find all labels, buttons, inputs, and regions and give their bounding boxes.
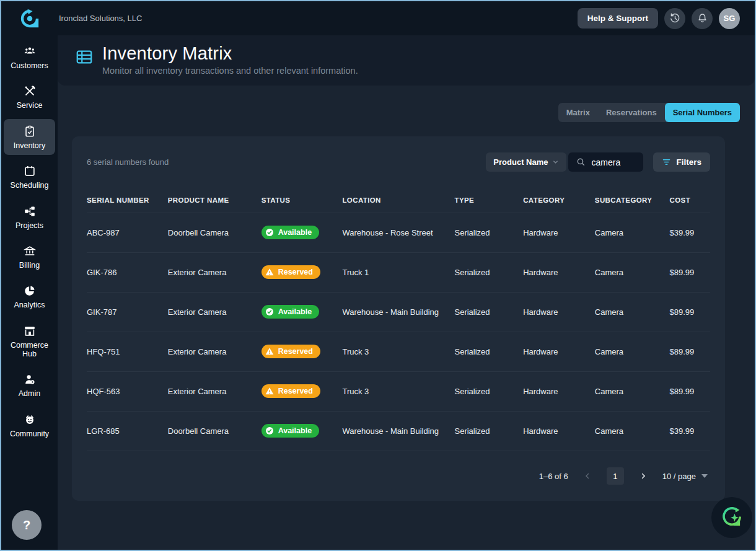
search-icon <box>576 157 586 167</box>
tab-matrix[interactable]: Matrix <box>558 103 598 122</box>
sidebar-nav: Customers Service Inventory Scheduling <box>1 35 58 447</box>
sidebar-item-label: Customers <box>11 61 48 70</box>
cell-category: Hardware <box>523 371 595 411</box>
cell-type: Serialized <box>455 332 524 371</box>
customers-icon <box>23 45 37 58</box>
main-area: Ironclad Solutions, LLC Help & Support S… <box>58 1 755 550</box>
table-header-row: SERIAL NUMBER PRODUCT NAME STATUS LOCATI… <box>87 188 710 213</box>
cell-type: Serialized <box>455 213 524 252</box>
search-field-selector[interactable]: Product Name <box>486 152 566 172</box>
warning-triangle-icon <box>265 386 275 396</box>
cell-product: Doorbell Camera <box>168 213 262 252</box>
cell-cost: $89.99 <box>670 371 710 411</box>
sidebar-item-scheduling[interactable]: Scheduling <box>4 159 55 195</box>
sidebar-item-community[interactable]: Community <box>4 407 55 443</box>
table-row[interactable]: HQF-563 Exterior Camera Reserved Truck 3… <box>87 371 710 411</box>
col-product-name: PRODUCT NAME <box>168 188 262 213</box>
chevron-left-icon <box>583 472 592 480</box>
filter-icon <box>662 158 671 166</box>
help-question-label: ? <box>23 518 30 532</box>
billing-icon <box>23 244 37 258</box>
cell-category: Hardware <box>523 292 595 332</box>
commerce-hub-icon <box>23 324 37 338</box>
user-avatar[interactable]: SG <box>719 8 740 29</box>
sidebar-item-inventory[interactable]: Inventory <box>4 119 55 155</box>
cell-status: Available <box>262 411 343 451</box>
check-circle-icon <box>265 426 275 436</box>
cell-cost: $89.99 <box>670 292 710 332</box>
cell-product: Exterior Camera <box>168 371 262 411</box>
table-row[interactable]: ABC-987 Doorbell Camera Available Wareho… <box>87 213 710 252</box>
bell-icon <box>697 12 708 24</box>
tab-serial-numbers[interactable]: Serial Numbers <box>665 103 740 122</box>
cell-serial: ABC-987 <box>87 213 168 252</box>
history-icon <box>669 12 681 24</box>
help-support-button[interactable]: Help & Support <box>578 8 658 29</box>
search-field-label: Product Name <box>493 157 548 167</box>
sidebar-item-label: Commerce Hub <box>5 341 54 359</box>
table-row[interactable]: LGR-685 Doorbell Camera Available Wareho… <box>87 411 710 451</box>
table-row[interactable]: HFQ-751 Exterior Camera Reserved Truck 3… <box>87 332 710 371</box>
previous-page-button[interactable] <box>581 469 594 483</box>
page-number-button[interactable]: 1 <box>607 467 624 485</box>
table-row[interactable]: GIK-786 Exterior Camera Reserved Truck 1… <box>87 252 710 292</box>
status-label: Reserved <box>278 347 313 356</box>
status-badge: Available <box>262 424 319 438</box>
cell-subcategory: Camera <box>595 252 670 292</box>
next-page-button[interactable] <box>636 469 650 483</box>
chevron-right-icon <box>639 472 648 480</box>
app-logo[interactable] <box>1 1 58 35</box>
sidebar-item-billing[interactable]: Billing <box>4 239 55 275</box>
notifications-button[interactable] <box>692 8 713 29</box>
col-serial-number: SERIAL NUMBER <box>87 188 168 213</box>
inventory-matrix-icon <box>75 48 94 66</box>
cell-product: Exterior Camera <box>168 292 262 332</box>
cell-location: Truck 3 <box>342 332 454 371</box>
search-input[interactable] <box>591 157 636 167</box>
page-title: Inventory Matrix <box>102 43 358 64</box>
table-row[interactable]: GIK-787 Exterior Camera Available Wareho… <box>87 292 710 332</box>
pagination-range: 1–6 of 6 <box>539 472 568 481</box>
status-badge: Reserved <box>262 384 320 398</box>
help-question-button[interactable]: ? <box>12 510 42 540</box>
history-button[interactable] <box>664 8 685 29</box>
ai-assistant-button[interactable] <box>711 497 752 538</box>
page-header: Inventory Matrix Monitor all inventory t… <box>58 35 755 86</box>
tab-reservations[interactable]: Reservations <box>598 103 665 122</box>
status-label: Available <box>278 426 312 435</box>
cell-status: Reserved <box>262 252 343 292</box>
filters-button[interactable]: Filters <box>653 152 710 172</box>
check-circle-icon <box>265 227 275 237</box>
sidebar-item-commerce-hub[interactable]: Commerce Hub <box>4 319 55 364</box>
page-size-selector[interactable]: 10 / page <box>662 472 708 481</box>
community-icon <box>23 413 37 426</box>
cell-category: Hardware <box>523 332 595 371</box>
cell-location: Warehouse - Rose Street <box>342 213 454 252</box>
service-icon <box>23 84 37 98</box>
sidebar-item-service[interactable]: Service <box>4 79 55 115</box>
sidebar-item-admin[interactable]: Admin <box>4 367 55 403</box>
sidebar-item-label: Scheduling <box>11 181 49 190</box>
sidebar-item-label: Projects <box>15 221 43 230</box>
sidebar-item-customers[interactable]: Customers <box>4 39 55 75</box>
app-window: Customers Service Inventory Scheduling <box>0 0 756 551</box>
page-subtitle: Monitor all inventory transactions and o… <box>102 66 358 76</box>
col-status: STATUS <box>262 188 343 213</box>
col-subcategory: SUBCATEGORY <box>595 188 670 213</box>
sidebar-item-label: Analytics <box>14 301 45 309</box>
status-badge: Available <box>262 305 319 319</box>
cell-status: Reserved <box>262 371 343 411</box>
cell-subcategory: Camera <box>595 332 670 371</box>
cell-subcategory: Camera <box>595 292 670 332</box>
avatar-initials: SG <box>724 14 736 23</box>
cell-product: Exterior Camera <box>168 332 262 371</box>
status-label: Reserved <box>278 268 313 276</box>
warning-triangle-icon <box>265 346 275 356</box>
sidebar-item-analytics[interactable]: Analytics <box>4 278 55 314</box>
cell-serial: GIK-787 <box>87 292 168 332</box>
tab-group: Matrix Reservations Serial Numbers <box>558 103 740 122</box>
col-category: CATEGORY <box>523 188 595 213</box>
cell-type: Serialized <box>455 252 524 292</box>
cell-status: Available <box>262 292 343 332</box>
sidebar-item-projects[interactable]: Projects <box>4 199 55 235</box>
